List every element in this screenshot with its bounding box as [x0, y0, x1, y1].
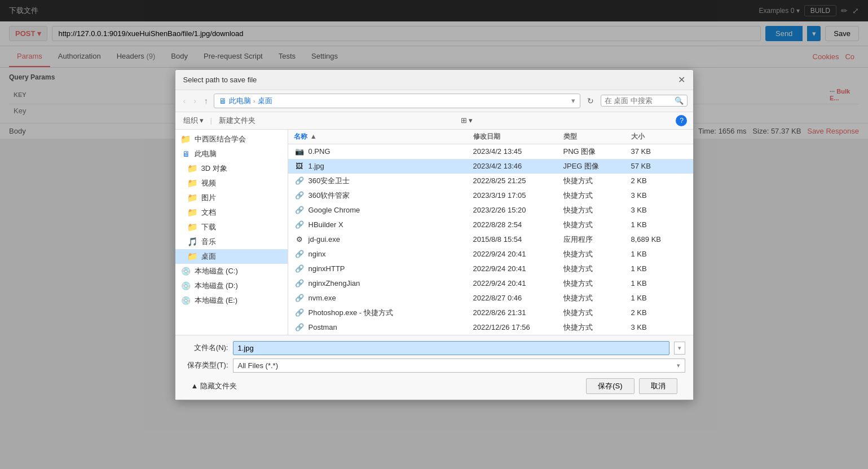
modal-overlay: Select path to save file ✕ ‹ › ↑ 🖥 此电脑 ›…: [0, 0, 868, 139]
path-dropdown-button[interactable]: ▾: [571, 96, 575, 105]
sidebar-item-zhongxi[interactable]: 📁 中西医结合学会: [175, 132, 288, 139]
date-column-header[interactable]: 修改日期: [473, 132, 563, 139]
file-dialog: Select path to save file ✕ ‹ › ↑ 🖥 此电脑 ›…: [175, 69, 694, 139]
dialog-title: Select path to save file: [183, 76, 257, 84]
organize-dropdown-icon: ▾: [200, 116, 204, 125]
path-crumb-pc[interactable]: 此电脑: [229, 96, 251, 106]
search-icon: 🔍: [675, 96, 684, 105]
path-icon: 🖥: [219, 96, 227, 105]
view-button[interactable]: ⊞ ▾: [457, 115, 476, 126]
dialog-close-button[interactable]: ✕: [678, 74, 685, 85]
forward-button[interactable]: ›: [191, 95, 199, 107]
dialog-sidebar: 📁 中西医结合学会 🖥 此电脑 📁 3D 对象 📁 视频 📁 图片: [175, 130, 288, 139]
help-button[interactable]: ?: [676, 115, 687, 126]
type-column-header[interactable]: 类型: [563, 132, 631, 139]
sort-arrow-icon: ▲: [310, 132, 317, 139]
name-column-header[interactable]: 名称 ▲: [294, 132, 473, 139]
dialog-content: 📁 中西医结合学会 🖥 此电脑 📁 3D 对象 📁 视频 📁 图片: [175, 130, 693, 139]
back-button[interactable]: ‹: [181, 95, 188, 107]
path-bar: 🖥 此电脑 › 桌面 ▾: [214, 94, 580, 108]
up-button[interactable]: ↑: [202, 95, 210, 107]
file-list-header: 名称 ▲ 修改日期 类型 大小: [288, 130, 693, 139]
view-dropdown-icon: ▾: [469, 116, 473, 125]
refresh-button[interactable]: ↻: [584, 95, 597, 107]
dialog-title-bar: Select path to save file ✕: [175, 70, 693, 90]
organize-button[interactable]: 组织 ▾: [181, 114, 206, 127]
dialog-nav-bar: ‹ › ↑ 🖥 此电脑 › 桌面 ▾ ↻ 🔍: [175, 90, 693, 112]
dialog-toolbar: 组织 ▾ | 新建文件夹 ⊞ ▾ ?: [175, 112, 693, 130]
file-list: 名称 ▲ 修改日期 类型 大小 📷 0.PNG 2023/4/2 13:45 P…: [288, 130, 693, 139]
new-folder-button[interactable]: 新建文件夹: [217, 114, 258, 127]
search-box: 🔍: [601, 95, 688, 107]
size-column-header[interactable]: 大小: [631, 132, 688, 139]
search-input[interactable]: [605, 96, 672, 105]
path-separator: ›: [253, 98, 255, 104]
path-crumb-desktop[interactable]: 桌面: [258, 96, 272, 106]
toolbar-separator: |: [210, 116, 212, 125]
folder-icon: 📁: [181, 134, 191, 139]
